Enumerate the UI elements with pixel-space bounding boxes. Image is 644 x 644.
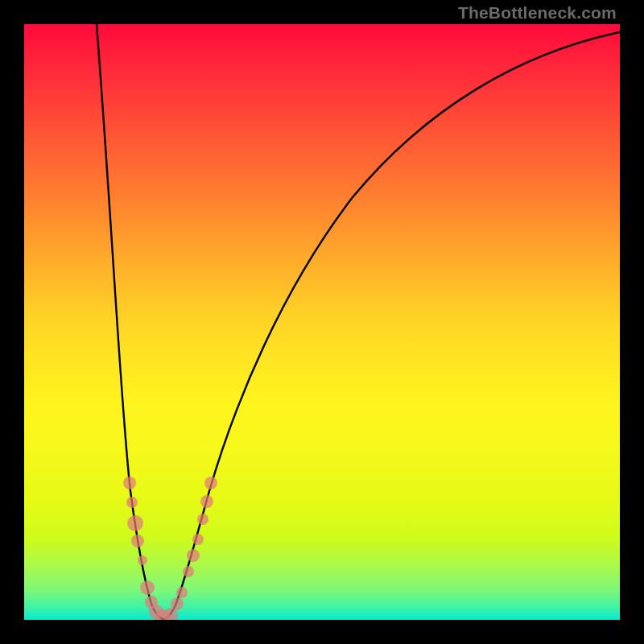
valley-dot [126,497,138,508]
valley-dot [140,580,155,595]
watermark-text: TheBottleneck.com [458,3,617,23]
valley-dot [171,597,184,610]
curve-group [97,24,620,620]
valley-dot [183,566,194,577]
valley-dot [192,534,204,545]
valley-dot [127,515,143,531]
valley-dot [131,535,144,547]
marker-group [123,477,217,620]
chart-frame: TheBottleneck.com [0,0,644,644]
valley-dot [187,549,200,562]
curve-left-branch [97,24,164,620]
valley-dot [204,477,217,489]
valley-dot [138,555,147,565]
valley-dot [197,514,208,525]
plot-area [24,24,620,620]
curve-right-branch [164,32,620,620]
chart-svg [24,24,620,620]
valley-dot [176,587,188,598]
valley-dot [123,477,136,489]
valley-dot [200,495,213,508]
